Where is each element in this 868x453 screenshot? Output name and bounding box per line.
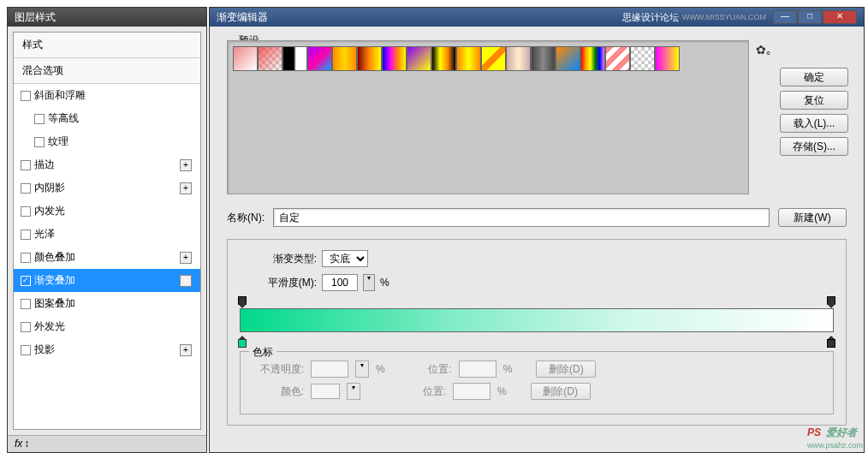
opacity-input[interactable] bbox=[311, 361, 348, 378]
maximize-button[interactable]: □ bbox=[798, 10, 822, 24]
style-item-label: 纹理 bbox=[48, 134, 68, 149]
opacity-position-input[interactable] bbox=[459, 361, 496, 378]
gradient-editor-title: 渐变编辑器 bbox=[217, 10, 268, 25]
style-item-label: 斜面和浮雕 bbox=[34, 88, 86, 103]
preset-swatch[interactable] bbox=[531, 46, 556, 71]
preset-swatch[interactable] bbox=[382, 46, 407, 71]
style-checkbox[interactable] bbox=[21, 206, 31, 217]
style-item-label: 描边 bbox=[34, 158, 55, 172]
opacity-position-label: 位置: bbox=[409, 362, 452, 377]
gradient-editor-body: 确定 复位 载入(L)... 存储(S)... 预设 ✿｡ bbox=[210, 27, 864, 452]
style-list-item[interactable]: 纹理 bbox=[14, 130, 200, 153]
preset-swatch[interactable] bbox=[407, 46, 431, 71]
color-stop-right[interactable] bbox=[827, 336, 835, 344]
color-position-input[interactable] bbox=[453, 383, 490, 400]
preset-swatch[interactable] bbox=[307, 46, 332, 71]
brand-text: 思缘设计论坛 bbox=[622, 11, 679, 24]
style-checkbox[interactable] bbox=[21, 160, 31, 170]
add-effect-icon[interactable]: + bbox=[180, 344, 192, 356]
close-button[interactable]: ✕ bbox=[823, 10, 857, 24]
style-item-label: 等高线 bbox=[48, 111, 79, 126]
color-position-percent: % bbox=[497, 385, 507, 397]
layer-style-statusbar: fx↕ bbox=[8, 435, 206, 452]
styles-header[interactable]: 样式 bbox=[14, 33, 200, 58]
preset-swatch[interactable] bbox=[580, 46, 605, 71]
color-dropdown[interactable]: ▾ bbox=[347, 383, 360, 400]
smoothness-input[interactable] bbox=[322, 274, 358, 291]
new-button[interactable]: 新建(W) bbox=[778, 208, 847, 227]
style-item-label: 投影 bbox=[34, 343, 55, 357]
style-list-item[interactable]: 颜色叠加+ bbox=[14, 246, 200, 269]
gradient-bar[interactable] bbox=[240, 308, 834, 332]
style-checkbox[interactable] bbox=[21, 253, 31, 263]
style-item-label: 内阴影 bbox=[34, 181, 65, 195]
fx-label[interactable]: fx bbox=[15, 438, 22, 450]
add-effect-icon[interactable]: + bbox=[180, 275, 192, 287]
color-delete-button[interactable]: 删除(D) bbox=[531, 383, 591, 400]
style-list-item[interactable]: 内发光 bbox=[14, 200, 200, 223]
style-list-item[interactable]: 描边+ bbox=[14, 153, 200, 176]
preset-swatch[interactable] bbox=[456, 46, 481, 71]
opacity-dropdown[interactable]: ▾ bbox=[355, 361, 369, 378]
gradient-editor-window: 渐变编辑器 思缘设计论坛 WWW.MISSYUAN.COM — □ ✕ 确定 复… bbox=[209, 7, 865, 453]
preset-swatch[interactable] bbox=[655, 46, 680, 71]
preset-swatch[interactable] bbox=[258, 46, 282, 71]
preset-swatch[interactable] bbox=[357, 46, 382, 71]
preset-swatch[interactable] bbox=[282, 46, 307, 71]
preset-swatch[interactable] bbox=[605, 46, 630, 71]
color-swatch-button[interactable] bbox=[311, 384, 340, 399]
style-checkbox[interactable] bbox=[21, 322, 31, 332]
style-item-label: 图案叠加 bbox=[34, 296, 75, 311]
opacity-stop-left[interactable] bbox=[238, 296, 247, 305]
gradient-editor-titlebar[interactable]: 渐变编辑器 思缘设计论坛 WWW.MISSYUAN.COM — □ ✕ bbox=[210, 8, 864, 27]
gradient-type-select[interactable]: 实底 bbox=[322, 250, 368, 267]
opacity-delete-button[interactable]: 删除(D) bbox=[536, 361, 596, 378]
preset-swatch[interactable] bbox=[431, 46, 456, 71]
style-list-item[interactable]: 外发光 bbox=[14, 315, 200, 338]
opacity-stop-right[interactable] bbox=[827, 296, 835, 305]
style-list-item[interactable]: 等高线 bbox=[14, 107, 200, 130]
style-list-item[interactable]: 光泽 bbox=[14, 223, 200, 246]
style-checkbox[interactable] bbox=[21, 299, 31, 309]
gradient-settings-panel: 渐变类型: 实底 平滑度(M): ▾ % 色标 bbox=[227, 239, 847, 426]
preset-swatch[interactable] bbox=[233, 46, 258, 71]
preset-swatch[interactable] bbox=[556, 46, 580, 71]
preset-swatch[interactable] bbox=[332, 46, 357, 71]
style-checkbox[interactable] bbox=[21, 91, 31, 101]
color-position-label: 位置: bbox=[403, 384, 446, 399]
style-checkbox[interactable] bbox=[21, 276, 31, 286]
add-effect-icon[interactable]: + bbox=[180, 182, 192, 194]
color-label: 颜色: bbox=[253, 384, 304, 399]
smoothness-label: 平滑度(M): bbox=[240, 276, 317, 290]
style-list-item[interactable]: 投影+ bbox=[14, 338, 200, 361]
style-list-item[interactable]: 图案叠加 bbox=[14, 292, 200, 315]
add-effect-icon[interactable]: + bbox=[180, 252, 192, 264]
color-stop-left[interactable] bbox=[238, 336, 247, 344]
preset-swatch[interactable] bbox=[630, 46, 655, 71]
layer-style-titlebar[interactable]: 图层样式 bbox=[8, 8, 206, 27]
opacity-percent: % bbox=[376, 363, 385, 375]
smoothness-spinner[interactable]: ▾ bbox=[363, 274, 375, 291]
style-checkbox[interactable] bbox=[21, 183, 31, 194]
preset-swatch[interactable] bbox=[481, 46, 506, 71]
style-checkbox[interactable] bbox=[21, 229, 31, 240]
add-effect-icon[interactable]: + bbox=[180, 159, 192, 171]
style-checkbox[interactable] bbox=[34, 137, 45, 147]
preset-swatch[interactable] bbox=[506, 46, 531, 71]
name-input[interactable] bbox=[273, 208, 770, 227]
minimize-button[interactable]: — bbox=[773, 10, 797, 24]
style-checkbox[interactable] bbox=[34, 114, 45, 124]
gradient-bar-editor bbox=[240, 308, 834, 332]
style-list-item[interactable]: 渐变叠加+ bbox=[14, 269, 200, 292]
style-list-item[interactable]: 斜面和浮雕 bbox=[14, 84, 200, 107]
style-checkbox[interactable] bbox=[21, 345, 31, 355]
style-item-label: 渐变叠加 bbox=[34, 273, 75, 288]
layer-style-body: 样式 混合选项 斜面和浮雕等高线纹理描边+内阴影+内发光光泽颜色叠加+渐变叠加+… bbox=[8, 27, 206, 435]
presets-group: 预设 ✿｡ bbox=[227, 40, 847, 194]
presets-menu-icon[interactable]: ✿｡ bbox=[756, 43, 772, 57]
fx-arrows[interactable]: ↕ bbox=[24, 438, 29, 450]
brand-url: WWW.MISSYUAN.COM bbox=[682, 13, 766, 21]
style-list-item[interactable]: 内阴影+ bbox=[14, 176, 200, 200]
blend-options-header[interactable]: 混合选项 bbox=[14, 58, 200, 84]
name-label: 名称(N): bbox=[227, 211, 265, 225]
